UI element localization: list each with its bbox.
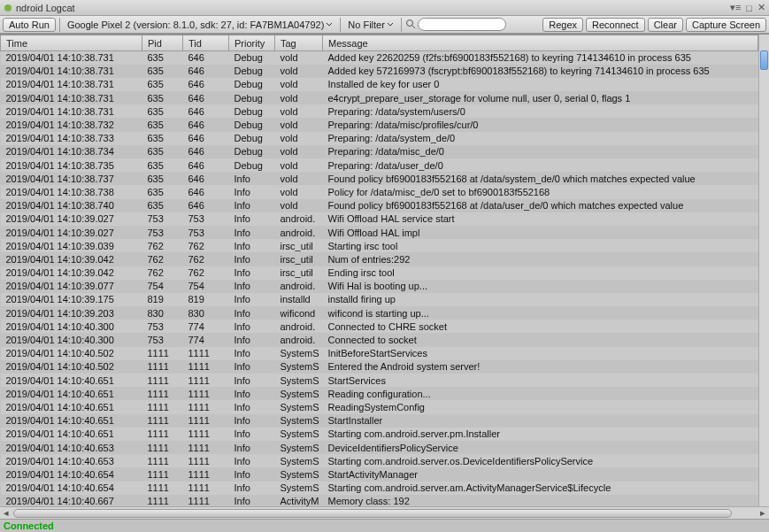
table-row[interactable]: 2019/04/01 14:10:39.175819819Infoinstall… <box>1 293 758 306</box>
search-input[interactable] <box>418 18 506 31</box>
cell-tid: 1111 <box>183 495 229 506</box>
table-row[interactable]: 2019/04/01 14:10:38.733635646DebugvoldPr… <box>1 132 758 145</box>
table-row[interactable]: 2019/04/01 14:10:40.65111111111InfoSyste… <box>1 374 758 387</box>
table-row[interactable]: 2019/04/01 14:10:40.66711111111InfoActiv… <box>1 495 758 506</box>
table-row[interactable]: 2019/04/01 14:10:38.731635646Debugvolde4… <box>1 91 758 104</box>
table-row[interactable]: 2019/04/01 14:10:39.077754754Infoandroid… <box>1 280 758 293</box>
horizontal-scrollbar[interactable]: ◂ ▸ <box>0 506 769 519</box>
table-row[interactable]: 2019/04/01 14:10:40.300753774Infoandroid… <box>1 333 758 346</box>
table-row[interactable]: 2019/04/01 14:10:40.65111111111InfoSyste… <box>1 400 758 413</box>
scroll-left-icon[interactable]: ◂ <box>0 508 12 519</box>
cell-pri: Info <box>229 400 275 413</box>
table-row[interactable]: 2019/04/01 14:10:38.737635646InfovoldFou… <box>1 172 758 185</box>
table-row[interactable]: 2019/04/01 14:10:40.65311111111InfoSyste… <box>1 454 758 467</box>
cell-pri: Info <box>229 226 275 239</box>
col-header-tag[interactable]: Tag <box>275 35 323 51</box>
cell-tag: android. <box>275 226 323 239</box>
table-row[interactable]: 2019/04/01 14:10:40.65111111111InfoSyste… <box>1 428 758 441</box>
table-row[interactable]: 2019/04/01 14:10:40.65311111111InfoSyste… <box>1 441 758 454</box>
table-row[interactable]: 2019/04/01 14:10:38.735635646DebugvoldPr… <box>1 158 758 172</box>
col-header-priority[interactable]: Priority <box>229 35 275 51</box>
reconnect-button[interactable]: Reconnect <box>586 18 645 32</box>
table-row[interactable]: 2019/04/01 14:10:40.50211111111InfoSyste… <box>1 347 758 360</box>
cell-msg: Wifi Hal is booting up... <box>323 280 758 293</box>
cell-tag: SystemS <box>275 400 323 413</box>
table-row[interactable]: 2019/04/01 14:10:38.732635646DebugvoldPr… <box>1 118 758 131</box>
device-dropdown[interactable]: Google Pixel 2 (version: 8.1.0, sdk: 27,… <box>64 19 336 30</box>
cell-tag: SystemS <box>275 467 323 481</box>
table-row[interactable]: 2019/04/01 14:10:39.042762762Infoirsc_ut… <box>1 266 758 280</box>
table-row[interactable]: 2019/04/01 14:10:39.027753753Infoandroid… <box>1 226 758 239</box>
col-header-time[interactable]: Time <box>1 35 142 51</box>
capture-screen-button[interactable]: Capture Screen <box>686 18 766 32</box>
table-header-row: Time Pid Tid Priority Tag Message <box>1 35 758 51</box>
cell-time: 2019/04/01 14:10:40.654 <box>1 482 142 495</box>
cell-msg: Preparing: /data/system_de/0 <box>323 132 758 145</box>
cell-msg: Preparing: /data/system/users/0 <box>323 104 758 118</box>
cell-tid: 646 <box>183 145 229 158</box>
table-row[interactable]: 2019/04/01 14:10:40.65411111111InfoSyste… <box>1 467 758 481</box>
vertical-scrollbar-thumb[interactable] <box>760 50 768 70</box>
cell-tid: 762 <box>183 239 229 252</box>
cell-pid: 1111 <box>142 400 183 413</box>
cell-tid: 646 <box>183 118 229 131</box>
cell-msg: StartActivityManager <box>323 467 758 481</box>
android-icon <box>4 4 12 12</box>
clear-button[interactable]: Clear <box>648 18 683 32</box>
table-row[interactable]: 2019/04/01 14:10:39.042762762Infoirsc_ut… <box>1 252 758 266</box>
table-row[interactable]: 2019/04/01 14:10:38.731635646DebugvoldAd… <box>1 65 758 78</box>
table-row[interactable]: 2019/04/01 14:10:39.039762762Infoirsc_ut… <box>1 239 758 252</box>
table-row[interactable]: 2019/04/01 14:10:40.65411111111InfoSyste… <box>1 482 758 495</box>
cell-pri: Info <box>229 428 275 441</box>
cell-pid: 1111 <box>142 441 183 454</box>
close-icon[interactable]: ✕ <box>757 2 765 13</box>
cell-time: 2019/04/01 14:10:39.203 <box>1 306 142 320</box>
cell-time: 2019/04/01 14:10:40.651 <box>1 400 142 413</box>
cell-pid: 635 <box>142 172 183 185</box>
table-row[interactable]: 2019/04/01 14:10:40.50211111111InfoSyste… <box>1 360 758 374</box>
cell-tid: 1111 <box>183 360 229 374</box>
scroll-right-icon[interactable]: ▸ <box>757 508 769 519</box>
col-header-tid[interactable]: Tid <box>183 35 229 51</box>
table-row[interactable]: 2019/04/01 14:10:38.738635646InfovoldPol… <box>1 185 758 198</box>
cell-msg: InitBeforeStartServices <box>323 347 758 360</box>
cell-pri: Info <box>229 252 275 266</box>
table-row[interactable]: 2019/04/01 14:10:38.731635646DebugvoldAd… <box>1 51 758 65</box>
cell-msg: Connected to socket <box>323 333 758 346</box>
cell-tag: SystemS <box>275 454 323 467</box>
col-header-pid[interactable]: Pid <box>142 35 183 51</box>
cell-tag: vold <box>275 65 323 78</box>
titlebar: ndroid Logcat ▾≡ □ ✕ <box>0 0 769 16</box>
cell-pid: 762 <box>142 239 183 252</box>
cell-tid: 762 <box>183 266 229 280</box>
regex-button[interactable]: Regex <box>542 18 583 32</box>
table-row[interactable]: 2019/04/01 14:10:38.740635646InfovoldFou… <box>1 199 758 212</box>
col-header-message[interactable]: Message <box>323 35 758 51</box>
cell-tag: vold <box>275 78 323 91</box>
table-row[interactable]: 2019/04/01 14:10:40.65111111111InfoSyste… <box>1 414 758 428</box>
cell-pri: Debug <box>229 158 275 172</box>
svg-line-2 <box>412 26 415 28</box>
dropdown-icon[interactable]: ▾≡ <box>730 2 741 13</box>
cell-pri: Info <box>229 387 275 400</box>
table-row[interactable]: 2019/04/01 14:10:39.027753753Infoandroid… <box>1 212 758 226</box>
cell-tag: vold <box>275 158 323 172</box>
table-row[interactable]: 2019/04/01 14:10:40.300753774Infoandroid… <box>1 320 758 333</box>
filter-dropdown[interactable]: No Filter <box>344 19 397 30</box>
cell-pid: 1111 <box>142 374 183 387</box>
cell-time: 2019/04/01 14:10:40.653 <box>1 454 142 467</box>
cell-tid: 646 <box>183 104 229 118</box>
vertical-scrollbar[interactable] <box>758 35 769 506</box>
table-row[interactable]: 2019/04/01 14:10:39.203830830Infowificon… <box>1 306 758 320</box>
maximize-icon[interactable]: □ <box>746 3 752 13</box>
cell-pid: 1111 <box>142 414 183 428</box>
cell-tag: vold <box>275 118 323 131</box>
cell-pid: 762 <box>142 252 183 266</box>
horizontal-scrollbar-thumb[interactable] <box>13 509 732 518</box>
table-row[interactable]: 2019/04/01 14:10:38.731635646DebugvoldIn… <box>1 78 758 91</box>
table-row[interactable]: 2019/04/01 14:10:38.734635646DebugvoldPr… <box>1 145 758 158</box>
autorun-button[interactable]: Auto Run <box>3 18 56 32</box>
table-row[interactable]: 2019/04/01 14:10:38.731635646DebugvoldPr… <box>1 104 758 118</box>
table-row[interactable]: 2019/04/01 14:10:40.65111111111InfoSyste… <box>1 387 758 400</box>
cell-msg: Starting irsc tool <box>323 239 758 252</box>
